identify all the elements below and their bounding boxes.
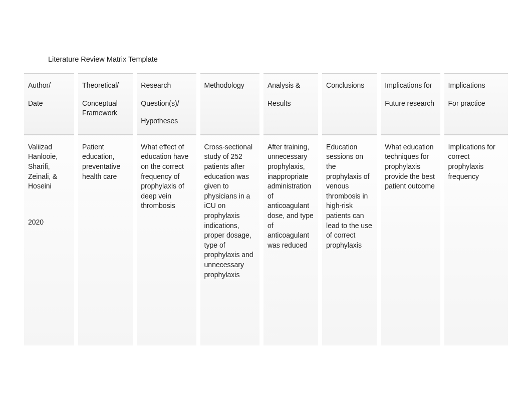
header-practice: Implications For practice xyxy=(444,73,508,135)
literature-review-matrix: Author/ Date Theoretical/ Conceptual Fra… xyxy=(20,73,512,345)
header-future: Implications for Future research xyxy=(381,73,440,135)
cell-framework: Patient education, preventative health c… xyxy=(78,135,133,345)
header-question-line1: Research xyxy=(141,81,192,91)
header-analysis-line2: Results xyxy=(268,99,314,109)
header-question: Research Question(s)/ Hypotheses xyxy=(137,73,196,135)
cell-conclusions: Education sessions on the prophylaxis of… xyxy=(322,135,377,345)
header-analysis: Analysis & Results xyxy=(263,73,318,135)
page-title: Literature Review Matrix Template xyxy=(0,0,532,73)
header-framework-line1: Theoretical/ xyxy=(82,81,129,91)
header-practice-line2: For practice xyxy=(448,99,504,109)
header-analysis-line1: Analysis & xyxy=(268,81,314,91)
header-future-line2: Future research xyxy=(385,99,436,109)
cell-analysis: After training, unnecessary prophylaxis,… xyxy=(263,135,318,345)
header-author-date: Author/ Date xyxy=(24,73,74,135)
header-question-line3: Hypotheses xyxy=(141,116,192,126)
header-framework: Theoretical/ Conceptual Framework xyxy=(78,73,133,135)
header-conclusions-label: Conclusions xyxy=(326,81,373,91)
header-framework-line2: Conceptual Framework xyxy=(82,99,129,118)
table-header-row: Author/ Date Theoretical/ Conceptual Fra… xyxy=(24,73,508,135)
header-author-label: Author/ xyxy=(28,81,70,91)
cell-methodology: Cross-sectional study of 252 patients af… xyxy=(200,135,259,345)
cell-date: 2020 xyxy=(28,218,70,228)
cell-author-date: Valiizad Hanlooie, Sharifi, Zeinali, & H… xyxy=(24,135,74,345)
header-methodology: Methodology xyxy=(200,73,259,135)
header-question-line2: Question(s)/ xyxy=(141,99,192,109)
cell-question: What effect of education have on the cor… xyxy=(137,135,196,345)
header-date-label: Date xyxy=(28,99,70,109)
table-row: Valiizad Hanlooie, Sharifi, Zeinali, & H… xyxy=(24,135,508,345)
header-future-line1: Implications for xyxy=(385,81,436,91)
header-methodology-label: Methodology xyxy=(204,81,255,91)
cell-practice: Implications for correct prophylaxis fre… xyxy=(444,135,508,345)
cell-future: What education techniques for prophylaxi… xyxy=(381,135,440,345)
cell-author: Valiizad Hanlooie, Sharifi, Zeinali, & H… xyxy=(28,142,70,191)
header-practice-line1: Implications xyxy=(448,81,504,91)
header-conclusions: Conclusions xyxy=(322,73,377,135)
